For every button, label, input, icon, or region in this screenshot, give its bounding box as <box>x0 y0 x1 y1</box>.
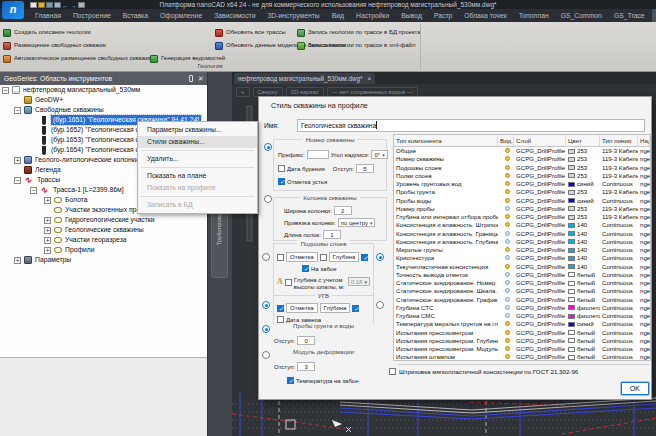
second-radio[interactable] <box>264 195 272 203</box>
column-anchor-select[interactable]: по центру <box>338 218 376 227</box>
tab-nastroyki[interactable]: Настройки <box>351 9 394 22</box>
table-row[interactable]: Глубина СМСGCPG_DrillProfileфиолетовьCon… <box>394 312 650 320</box>
well-number-radio[interactable] <box>264 143 272 151</box>
samples-offset-input[interactable]: 0 <box>297 336 315 345</box>
menu-item-show-on-plan[interactable]: Показать на плане <box>138 170 257 182</box>
offset-input[interactable]: 5 <box>356 164 374 173</box>
tree-item-georazrez[interactable]: +Участки георазреза <box>0 235 207 245</box>
mouth-mark-checkbox[interactable] <box>278 178 285 185</box>
shelf-length-input[interactable]: 1 <box>323 230 341 239</box>
bottom-temperature-checkbox[interactable] <box>287 377 294 384</box>
tree-item-geo-wells[interactable]: +Геологические скважины <box>0 225 207 235</box>
ugv-mark-checkbox[interactable] <box>277 305 284 312</box>
tab-vyvod[interactable]: Вывод <box>396 9 427 22</box>
auto-place-free-wells-button[interactable]: Автоматическое размещение свободных сква… <box>3 54 152 63</box>
place-free-wells-button[interactable]: Размещение свободных скважин <box>3 41 106 50</box>
tab-gs-common[interactable]: GS_Common <box>556 9 607 22</box>
ugv-depth-checkbox[interactable] <box>352 305 359 312</box>
tab-vid[interactable]: Вид <box>327 9 349 22</box>
menu-item-delete[interactable]: Удалить... <box>138 153 257 165</box>
column-width-input[interactable]: 2 <box>334 206 352 215</box>
write-geology-db-button[interactable]: Запись геологии по трассе в БД проекта <box>297 28 421 37</box>
soles-depth-checkbox[interactable] <box>361 254 368 261</box>
tab-oblaka-tochek[interactable]: Облака точек <box>459 9 511 22</box>
create-geology-button[interactable]: Создать описание геологии <box>3 28 91 37</box>
document-tab[interactable]: нефтепровод магистральный_530мм.dwg*× <box>234 73 375 84</box>
tab-glavnaya[interactable]: Главная <box>30 9 66 22</box>
refresh-traces-button[interactable]: Обновить все трассы <box>215 28 286 37</box>
drilling-date-checkbox[interactable] <box>278 165 285 172</box>
table-row[interactable]: Полки слоевGCPG_DrillProfile253119-3 Каб… <box>394 172 650 180</box>
table-row[interactable]: КриотекстураGCPG_DrillProfile140Continuo… <box>394 254 650 262</box>
table-row[interactable]: Статическое зондирование. Номер точки.GC… <box>394 279 650 287</box>
table-row[interactable]: Глубина или интервал отбора пробыGCPG_Dr… <box>394 213 650 221</box>
ok-button[interactable]: OK <box>621 382 649 395</box>
generate-sheets-button[interactable]: Генерация ведомостей <box>150 54 225 63</box>
pin-icon[interactable] <box>189 75 193 82</box>
table-row[interactable]: Уровень грунтовых водGCPG_DrillProfileси… <box>394 180 650 188</box>
col-visibility[interactable]: Вид... <box>498 135 514 146</box>
tab-topoplan[interactable]: Топоплан <box>514 9 554 22</box>
tree-item-profiles[interactable]: +Профили <box>0 245 207 255</box>
table-row[interactable]: Консистенция и влажность. Глубина или оG… <box>394 238 650 246</box>
samples-radio[interactable] <box>262 325 270 333</box>
soles-mid-checkbox[interactable] <box>320 254 327 261</box>
modulus-radio[interactable] <box>262 351 270 359</box>
col-color[interactable]: Цвет <box>566 135 600 146</box>
modulus-offset-input[interactable]: 3 <box>297 362 315 371</box>
tab-3d-tools[interactable]: 3D-инструменты <box>262 9 324 22</box>
sleeper-depth-checkbox[interactable] <box>285 279 292 286</box>
tab-rastr[interactable]: Растр <box>429 9 457 22</box>
table-row[interactable]: Номер пробыGCPG_DrillProfile253119-3 Каб… <box>394 205 650 213</box>
table-row[interactable]: Точность вывода отметокGCPG_DrillProfile… <box>394 271 650 279</box>
table-row[interactable]: Статическое зондирование. Шкала.GCPG_Dri… <box>394 287 650 295</box>
write-geology-xml-button[interactable]: Запись геологии по трассе в xml-файл <box>297 41 415 50</box>
tree-item-hydrogeo[interactable]: +Гидрогеологические участки <box>0 215 207 225</box>
col-label[interactable]: Надп <box>638 135 650 146</box>
table-row[interactable]: Испытания прессиометром. ГлубинаGCPG_Dri… <box>394 337 650 345</box>
style-name-input[interactable]: Геологическая скважина <box>297 119 645 132</box>
table-row[interactable]: Подошвы слоевGCPG_DrillProfile253119-3 К… <box>394 164 650 172</box>
ugv-left-radio[interactable] <box>262 301 270 309</box>
col-layer[interactable]: Слой <box>514 135 566 146</box>
tab-vstavka[interactable]: Вставка <box>118 9 153 22</box>
tree-item-free-wells[interactable]: −Свободные скважины <box>0 105 207 115</box>
close-icon[interactable]: ✕ <box>197 75 203 82</box>
table-row[interactable]: Испытания прессиометромGCPG_DrillProfile… <box>394 329 650 337</box>
palette-header[interactable]: GeoSeries: Область инструментов ✕ <box>0 72 207 85</box>
table-row[interactable]: Пробы водыGCPG_DrillProfileсинийContinuo… <box>394 197 650 205</box>
soles-mark-checkbox[interactable] <box>277 254 284 261</box>
tab-gs-trace[interactable]: GS_Trace <box>609 9 650 22</box>
hatch-gost-checkbox[interactable] <box>389 368 396 375</box>
ugv-right-radio[interactable] <box>376 301 384 309</box>
tab-postroenie[interactable]: Построение <box>68 9 116 22</box>
table-row[interactable]: Номер скважиныGCPG_DrillProfile253119-3 … <box>394 155 650 163</box>
app-logo-icon[interactable]: n <box>2 1 24 19</box>
table-row[interactable]: Консистенция и влажность. ШтриховкаGCPG_… <box>394 221 650 229</box>
tab-gs-geology[interactable]: GS_Geology <box>652 9 656 22</box>
table-row[interactable]: Пробы грунтаGCPG_DrillProfile253119-3 Ка… <box>394 188 650 196</box>
table-row[interactable]: Испытания штампомGCPG_DrillProfileбелыйC… <box>394 353 650 361</box>
table-row[interactable]: Мерзлые грунтыGCPG_DrillProfile140Contin… <box>394 246 650 254</box>
tree-item-parameters[interactable]: +Параметры <box>0 255 207 265</box>
menu-item-well-parameters[interactable]: Параметры скважины... <box>138 124 257 136</box>
soles-right-radio[interactable] <box>376 253 384 261</box>
menu-item-well-styles[interactable]: Стили скважины... <box>138 136 257 148</box>
table-row[interactable]: Статическое зондирование. График.GCPG_Dr… <box>394 296 650 304</box>
table-row[interactable]: Глубина СТСGCPG_DrillProfileфиолетовьCon… <box>394 304 650 312</box>
doc-tab-close-icon[interactable]: × <box>367 73 371 84</box>
table-row[interactable]: Испытания прессиометром. Модуль дефорGCP… <box>394 345 650 353</box>
tree-item-document[interactable]: −нефтепровод магистральный_530мм <box>0 85 207 95</box>
table-row[interactable]: ОбщиеGCPG_DrillProfile253119-3 Кабельnge… <box>394 147 650 155</box>
table-row[interactable]: Текучепластичная консистенцияGCPG_DrillP… <box>394 263 650 271</box>
tab-oformlenie[interactable]: Оформление <box>155 9 207 22</box>
soles-left-radio[interactable] <box>262 253 270 261</box>
table-row[interactable]: Температура мерзлых грунтов на глубинеGC… <box>394 320 650 328</box>
at-bottom-checkbox[interactable] <box>302 265 309 272</box>
tab-zavisimosti[interactable]: Зависимости <box>209 9 260 22</box>
angle-select[interactable]: 0° <box>371 150 387 159</box>
col-component-type[interactable]: Тип компонента <box>394 135 498 146</box>
table-row[interactable]: Консистенция и влажность. ГраницыGCPG_Dr… <box>394 230 650 238</box>
tree-item-geodw[interactable]: GeoDW+ <box>0 95 207 105</box>
prefix-input[interactable] <box>307 150 329 159</box>
